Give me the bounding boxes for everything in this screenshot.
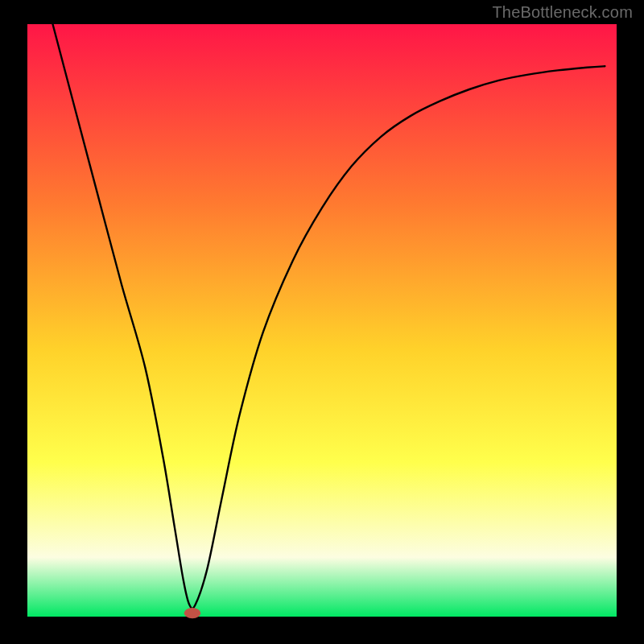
marker-dot: [184, 608, 200, 618]
bottleneck-chart: [0, 0, 644, 644]
chart-container: TheBottleneck.com: [0, 0, 644, 644]
plot-background: [27, 24, 617, 617]
watermark-text: TheBottleneck.com: [492, 3, 633, 22]
